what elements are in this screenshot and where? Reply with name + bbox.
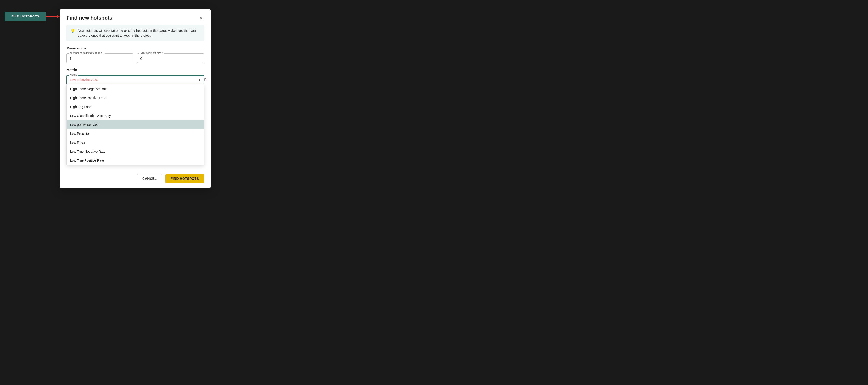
modal-title: Find new hotspots [66,15,112,21]
warning-banner: 💡 New hotspots will overwrite the existi… [66,25,204,41]
cancel-button[interactable]: CANCEL [137,174,162,183]
metric-section: Metric Metric Low pointwise AUC ▲ ☞ High… [66,68,204,84]
modal-footer: CANCEL FIND HOTSPOTS [60,169,211,188]
min-segment-label: Min. segment size * [140,51,164,55]
modal-dialog: Find new hotspots × 💡 New hotspots will … [60,9,211,188]
warning-icon: 💡 [70,29,75,34]
dropdown-item-low-pointwise-auc[interactable]: Low pointwise AUC [67,120,204,129]
metric-dropdown-wrapper: Metric Low pointwise AUC ▲ ☞ High False … [66,75,204,84]
metric-dropdown-label: Metric [69,73,78,76]
dropdown-item-high-false-positive-rate[interactable]: High False Positive Rate [67,94,204,102]
metric-selected-value: Low pointwise AUC [70,78,98,82]
dropdown-item-low-recall[interactable]: Low Recall [67,138,204,147]
dropdown-item-high-log-loss[interactable]: High Log Loss [67,102,204,111]
dropdown-item-low-precision[interactable]: Low Precision [67,129,204,138]
arrow-indicator [46,14,60,19]
dropdown-item-low-true-negative-rate[interactable]: Low True Negative Rate [67,147,204,156]
min-segment-field-wrapper: Min. segment size * [137,54,204,63]
metric-dropdown-selected[interactable]: Low pointwise AUC ▲ [66,75,204,84]
modal-close-button[interactable]: × [198,14,204,21]
cursor-hand-icon: ☞ [204,77,209,83]
find-hotspots-trigger-button[interactable]: FIND HOTSPOTS [5,12,46,21]
num-features-field-wrapper: Number of defining features * [66,54,133,63]
dropdown-item-high-false-negative-rate[interactable]: High False Negative Rate [67,84,204,94]
dropdown-item-low-true-positive-rate[interactable]: Low True Positive Rate [67,156,204,165]
page-wrapper: FIND HOTSPOTS Find new hotspots × 💡 New … [5,5,863,188]
metric-section-title: Metric [66,68,204,72]
num-features-input[interactable] [66,54,133,63]
chevron-up-icon: ▲ [198,78,201,81]
num-features-label: Number of defining features * [69,51,104,55]
metric-dropdown-list: High False Negative Rate High False Posi… [66,84,204,165]
dropdown-item-low-classification-accuracy[interactable]: Low Classification Accuracy [67,111,204,120]
warning-text: New hotspots will overwrite the existing… [78,28,200,38]
find-hotspots-button[interactable]: FIND HOTSPOTS [165,174,204,183]
parameters-section-title: Parameters [66,46,204,50]
min-segment-input[interactable] [137,54,204,63]
left-side: FIND HOTSPOTS [5,12,60,21]
modal-header: Find new hotspots × [60,9,211,25]
parameters-row: Number of defining features * Min. segme… [66,54,204,63]
